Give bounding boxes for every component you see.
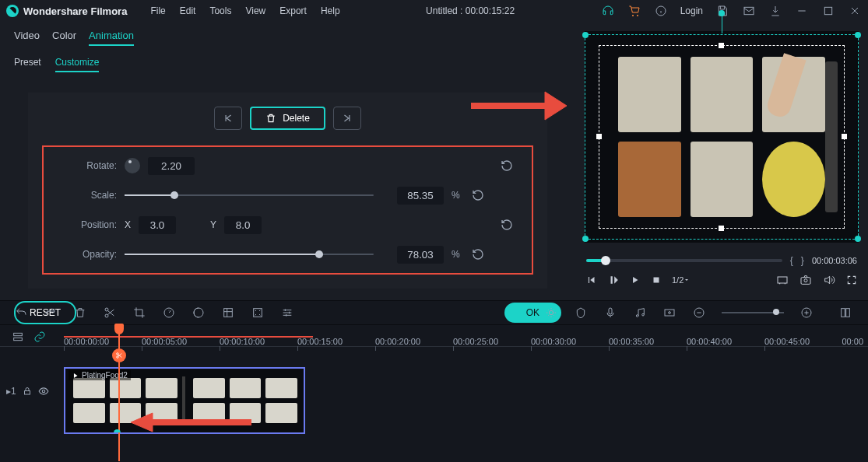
filmora-logo-icon [6, 5, 19, 17]
play-icon[interactable] [630, 275, 641, 285]
opacity-row: Opacity: % [62, 245, 513, 264]
delete-keyframe-button[interactable]: Delete [250, 107, 325, 130]
scale-row: Scale: % [62, 186, 513, 205]
scale-input[interactable] [397, 187, 444, 205]
marker-icon[interactable] [574, 306, 588, 320]
next-keyframe-button[interactable] [333, 107, 361, 130]
delete-label: Delete [283, 113, 310, 124]
aspect-icon[interactable] [662, 306, 676, 320]
fullscreen-icon[interactable] [846, 275, 857, 285]
speed-icon[interactable] [162, 306, 176, 320]
crop-icon[interactable] [132, 306, 146, 320]
subtab-customize[interactable]: Customize [55, 57, 100, 72]
play-pause-icon[interactable] [608, 275, 619, 285]
preview-viewport[interactable] [585, 31, 859, 243]
svg-point-13 [549, 310, 553, 314]
subtab-preset[interactable]: Preset [14, 57, 41, 72]
delete-icon[interactable] [73, 306, 87, 320]
preview-timecode: 00:00:03:06 [812, 256, 857, 265]
volume-icon[interactable] [823, 274, 835, 286]
prev-keyframe-button[interactable] [214, 107, 242, 130]
playhead[interactable] [118, 325, 120, 461]
scale-slider[interactable] [125, 194, 374, 196]
position-label: Position: [62, 219, 117, 230]
rotate-knob[interactable] [125, 158, 140, 173]
menu-edit[interactable]: Edit [180, 5, 196, 16]
scale-pct: % [452, 190, 464, 201]
zoom-slider[interactable] [722, 312, 784, 313]
zoom-out-icon[interactable] [692, 306, 706, 320]
quality-icon[interactable] [776, 274, 789, 286]
zoom-in-icon[interactable] [799, 306, 814, 320]
cart-icon[interactable] [627, 4, 641, 18]
tab-video[interactable]: Video [14, 30, 40, 46]
track-header: ▸1 [6, 386, 49, 397]
opacity-input[interactable] [397, 246, 444, 264]
undo-icon[interactable] [14, 306, 28, 320]
tab-animation[interactable]: Animation [89, 30, 134, 46]
mark-in-icon[interactable]: { [790, 255, 793, 266]
redo-icon[interactable] [44, 306, 58, 320]
svg-rect-25 [24, 391, 30, 395]
step-back-icon[interactable] [586, 275, 597, 285]
split-icon[interactable] [103, 306, 117, 320]
tab-color[interactable]: Color [52, 30, 76, 46]
playhead-handle[interactable] [114, 324, 124, 334]
menu-file[interactable]: File [150, 5, 165, 16]
rotate-reset-icon[interactable] [501, 159, 513, 172]
mark-out-icon[interactable]: } [801, 255, 804, 266]
menu-view[interactable]: View [245, 5, 265, 16]
minimize-icon[interactable] [795, 4, 809, 18]
color-icon[interactable] [192, 306, 206, 320]
svg-rect-3 [654, 278, 659, 283]
render-icon[interactable] [544, 306, 558, 320]
svg-rect-21 [14, 333, 23, 335]
scrub-track[interactable] [586, 259, 782, 262]
stop-icon[interactable] [652, 275, 661, 285]
snapshot-icon[interactable] [799, 274, 812, 286]
track-manage-icon[interactable] [11, 330, 25, 344]
download-icon[interactable] [768, 4, 782, 18]
speed-selector[interactable]: 1/2 [672, 275, 690, 285]
svg-rect-22 [14, 338, 23, 340]
opacity-pct: % [452, 249, 464, 260]
login-link[interactable]: Login [680, 5, 703, 16]
adjust-icon[interactable] [280, 306, 294, 320]
pos-y-label: Y [210, 219, 216, 230]
track-visible-icon[interactable] [38, 386, 49, 397]
audio-mix-icon[interactable] [633, 306, 647, 320]
sub-tabs: Preset Customize [0, 51, 575, 79]
info-icon[interactable] [654, 4, 668, 18]
rotate-input[interactable] [148, 157, 195, 175]
menu-tools[interactable]: Tools [209, 5, 231, 16]
timeline-ruler[interactable]: 00:00:00:00 00:00:05:00 00:00:10:00 00:0… [0, 325, 868, 347]
main-tabs: Video Color Animation [0, 22, 575, 51]
record-vo-icon[interactable] [603, 306, 617, 320]
mail-icon[interactable] [742, 4, 756, 18]
scale-reset-icon[interactable] [472, 189, 484, 201]
svg-rect-1 [744, 7, 754, 14]
opacity-slider[interactable] [125, 254, 374, 255]
title-bar: Wondershare Filmora File Edit Tools View… [0, 0, 868, 22]
maximize-icon[interactable] [821, 4, 835, 18]
pos-x-input[interactable] [139, 216, 176, 234]
keyframe-properties: Rotate: Scale: % [42, 145, 533, 275]
cut-marker-icon[interactable] [112, 348, 126, 362]
green-screen-icon[interactable] [221, 306, 235, 320]
menu-help[interactable]: Help [321, 5, 340, 16]
svg-rect-11 [224, 309, 233, 317]
link-icon[interactable] [33, 330, 47, 344]
support-icon[interactable] [601, 4, 615, 18]
pos-y-input[interactable] [224, 216, 262, 234]
position-reset-icon[interactable] [501, 219, 513, 231]
toggle-panel-icon[interactable] [837, 306, 854, 320]
opacity-reset-icon[interactable] [472, 248, 484, 261]
menu-bar: File Edit Tools View Export Help [150, 5, 339, 16]
fit-icon[interactable] [251, 306, 265, 320]
track-lock-icon[interactable] [23, 387, 32, 396]
playback-controls: 1/2 [575, 269, 868, 292]
clip-label: PlatingFood2 [69, 370, 131, 380]
close-icon[interactable] [848, 4, 862, 18]
track-video-icon[interactable]: ▸1 [6, 386, 16, 397]
menu-export[interactable]: Export [279, 5, 307, 16]
